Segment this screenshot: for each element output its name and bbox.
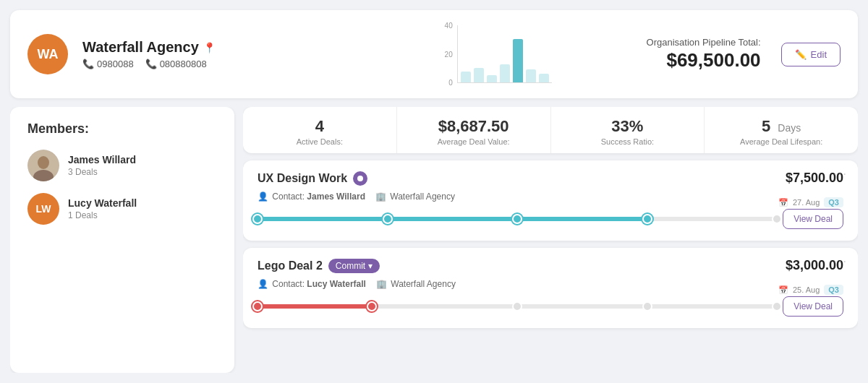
deal-options-menu[interactable]: ··· xyxy=(834,168,848,181)
progress-track xyxy=(258,217,777,221)
stat-value: 4 xyxy=(250,117,389,136)
chart-y-labels: 40 20 0 xyxy=(445,22,453,87)
deal-meta: 👤 Contact: Lucy Waterfall 🏢 Waterfall Ag… xyxy=(258,279,456,289)
progress-fill xyxy=(258,217,647,221)
pipeline-label: Organisation Pipeline Total: xyxy=(647,37,761,48)
list-item: James Willard 3 Deals xyxy=(27,150,217,181)
chart-bar xyxy=(487,75,497,82)
chart-bars xyxy=(457,25,552,83)
deal-card: ··· UX Design Work $7,500.00 xyxy=(243,160,858,241)
deal-tag-icon xyxy=(353,171,367,186)
chart-bar xyxy=(474,68,484,82)
bar-chart-area: 40 20 0 xyxy=(365,22,632,87)
progress-dot-3 xyxy=(512,214,522,224)
deals-panel: 4 Active Deals: $8,687.50 Average Deal V… xyxy=(243,107,858,373)
chart-bar xyxy=(539,74,549,82)
agency-avatar: WA xyxy=(27,34,68,74)
member-info: James Willard 3 Deals xyxy=(68,154,136,177)
agency-name: Waterfall Agency 📍 xyxy=(82,39,350,56)
calendar-icon: 📅 xyxy=(778,285,788,295)
deal-title-area: UX Design Work xyxy=(258,171,367,186)
deal-date: 27. Aug xyxy=(793,198,820,207)
deal-progress-row: View Deal xyxy=(258,296,843,317)
progress-dot-5 xyxy=(772,214,782,224)
deal-title-area: Lego Deal 2 Commit ▾ xyxy=(258,259,380,273)
members-card: Members: James Willard 3 Deals LW xyxy=(10,107,234,373)
edit-button[interactable]: ✏️ Edit xyxy=(781,43,841,66)
view-deal-button[interactable]: View Deal xyxy=(783,209,843,229)
agency-phones: 📞 0980088 📞 080880808 xyxy=(82,59,350,69)
deal-meta: 👤 Contact: James Willard 🏢 Waterfall Age… xyxy=(258,192,455,202)
progress-dot-5 xyxy=(772,301,782,311)
contact-icon: 👤 xyxy=(258,279,268,289)
stat-avg-lifespan: 5 Days Average Deal Lifespan: xyxy=(705,107,858,153)
phone-icon-1: 📞 xyxy=(82,59,94,69)
members-title: Members: xyxy=(27,121,217,137)
stats-row: 4 Active Deals: $8,687.50 Average Deal V… xyxy=(243,107,858,153)
avatar: LW xyxy=(27,193,59,225)
quarter-badge: Q3 xyxy=(824,285,843,295)
progress-fill xyxy=(258,304,372,309)
svg-point-1 xyxy=(38,156,49,169)
stat-value: 5 Days xyxy=(712,117,851,136)
agency-info: Waterfall Agency 📍 📞 0980088 📞 080880808 xyxy=(82,39,350,69)
progress-dot-2 xyxy=(383,214,393,224)
deal-progress-row: View Deal xyxy=(258,209,843,229)
deal-header: UX Design Work $7,500.00 xyxy=(258,171,843,186)
stat-label: Average Deal Value: xyxy=(404,137,543,146)
agency-card: WA Waterfall Agency 📍 📞 0980088 📞 080880… xyxy=(10,10,858,98)
pipeline-value: $69,500.00 xyxy=(647,49,761,72)
progress-track xyxy=(258,304,777,309)
list-item: LW Lucy Waterfall 1 Deals xyxy=(27,193,217,225)
stat-avg-deal: $8,687.50 Average Deal Value: xyxy=(397,107,551,153)
phone-icon-2: 📞 xyxy=(145,59,157,69)
deal-title: UX Design Work xyxy=(258,172,347,185)
edit-icon: ✏️ xyxy=(795,49,807,60)
pipeline-info: Organisation Pipeline Total: $69,500.00 xyxy=(647,37,767,72)
chart-bar xyxy=(500,64,510,82)
phone2: 📞 080880808 xyxy=(145,59,207,69)
deal-date-area: 📅 27. Aug Q3 xyxy=(778,197,843,207)
stat-active-deals: 4 Active Deals: xyxy=(243,107,397,153)
member-name: James Willard xyxy=(68,154,136,165)
contact-icon: 👤 xyxy=(258,192,268,202)
chevron-down-icon: ▾ xyxy=(368,261,373,271)
chart-bar xyxy=(513,39,523,82)
progress-dot-2 xyxy=(367,301,377,311)
building-icon: 🏢 xyxy=(376,279,387,289)
deal-title: Lego Deal 2 xyxy=(258,259,323,272)
stat-value: 33% xyxy=(558,117,697,136)
member-deals: 1 Deals xyxy=(68,210,137,220)
progress-dot-3 xyxy=(512,301,522,311)
calendar-icon: 📅 xyxy=(778,198,788,207)
building-icon: 🏢 xyxy=(375,192,386,202)
view-deal-button[interactable]: View Deal xyxy=(783,296,843,317)
deal-date-area: 📅 25. Aug Q3 xyxy=(778,285,843,295)
stat-success-ratio: 33% Success Ratio: xyxy=(551,107,705,153)
commit-badge[interactable]: Commit ▾ xyxy=(328,259,380,273)
progress-dot-4 xyxy=(642,214,652,224)
stat-label: Active Deals: xyxy=(250,137,389,146)
bottom-section: Members: James Willard 3 Deals LW xyxy=(10,107,858,373)
deal-header: Lego Deal 2 Commit ▾ $3,000.00 xyxy=(258,258,843,273)
progress-dot-4 xyxy=(642,301,652,311)
progress-dot-1 xyxy=(252,301,263,311)
member-info: Lucy Waterfall 1 Deals xyxy=(68,197,137,220)
location-pin-icon: 📍 xyxy=(203,42,216,53)
chart-bar xyxy=(526,69,536,82)
deal-options-menu[interactable]: ··· xyxy=(834,255,848,268)
phone1: 📞 0980088 xyxy=(82,59,134,69)
member-deals: 3 Deals xyxy=(68,167,136,177)
deal-date: 25. Aug xyxy=(793,285,820,294)
stat-label: Average Deal Lifespan: xyxy=(712,137,851,146)
progress-dot-1 xyxy=(252,214,263,224)
deal-card: ··· Lego Deal 2 Commit ▾ $3,000.00 xyxy=(243,248,858,328)
chart-bar xyxy=(461,72,471,82)
member-name: Lucy Waterfall xyxy=(68,197,137,209)
quarter-badge: Q3 xyxy=(824,197,843,207)
stat-value: $8,687.50 xyxy=(404,117,543,136)
stat-label: Success Ratio: xyxy=(558,137,697,146)
avatar xyxy=(27,150,59,181)
